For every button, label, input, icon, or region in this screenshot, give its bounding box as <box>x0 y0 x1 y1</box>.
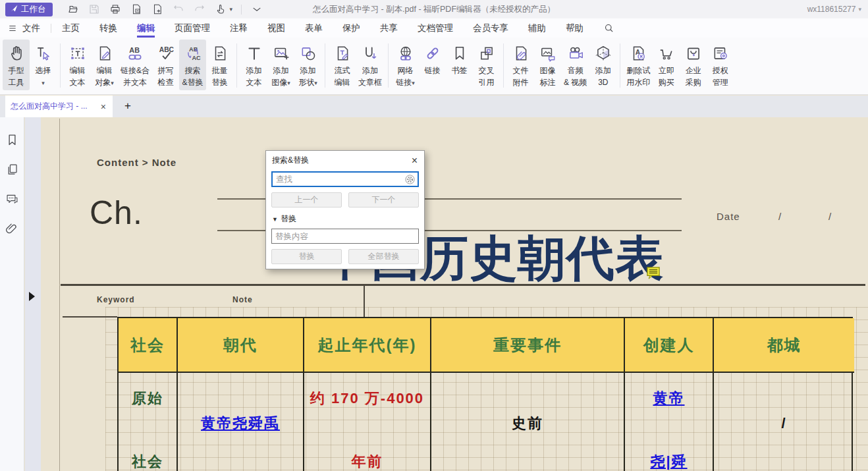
tool-搜索&替换[interactable]: ABAC搜索 &替换 <box>179 40 206 90</box>
table-link[interactable]: 黄帝 <box>653 389 685 408</box>
tool-label: 文件 附件 <box>513 64 529 88</box>
tool-拼写检查[interactable]: ABC拼写 检查 <box>152 40 179 90</box>
menu-item-文件[interactable]: 文件 <box>21 18 41 38</box>
replace-all-button[interactable]: 全部替换 <box>348 249 419 264</box>
menu-item-文档管理[interactable]: 文档管理 <box>416 18 454 38</box>
tool-图像标注[interactable]: 图像 标注 <box>534 40 561 90</box>
attachment-icon[interactable] <box>5 222 19 236</box>
tool-网络链接[interactable]: 网络 链接▾ <box>392 40 419 90</box>
menu-item-页面管理[interactable]: 页面管理 <box>173 18 211 38</box>
menu-item-辅助[interactable]: 辅助 <box>527 18 547 38</box>
menu-item-保护[interactable]: 保护 <box>341 18 362 38</box>
tool-立即购买[interactable]: 立即 购买 <box>653 40 680 90</box>
cube-3d-icon <box>595 44 612 62</box>
select-cursor-icon <box>35 44 52 62</box>
tool-label-text: 流式 编辑 <box>335 66 350 87</box>
tool-label: 书签 <box>452 64 468 76</box>
new-tab-button[interactable]: + <box>121 99 135 113</box>
tool-添加文章框[interactable]: 添加 文章框 <box>356 40 385 90</box>
next-button[interactable]: 下一个 <box>348 192 419 208</box>
menu-item-编辑[interactable]: 编辑 <box>136 18 156 38</box>
print-icon[interactable] <box>109 3 122 16</box>
replace-input[interactable] <box>271 229 419 244</box>
bookmark-icon[interactable] <box>5 133 19 147</box>
menu-item-主页[interactable]: 主页 <box>61 18 81 38</box>
previous-button[interactable]: 上一个 <box>271 192 342 208</box>
ruled-line <box>63 316 117 318</box>
touch-mode-icon[interactable] <box>215 3 227 16</box>
tool-编辑文本[interactable]: 编辑 文本 <box>64 40 91 90</box>
spell-check-icon: ABC <box>157 44 175 62</box>
pages-icon[interactable] <box>5 163 19 177</box>
table-header-都城: 都城 <box>714 318 854 373</box>
tool-label: 图像 标注 <box>540 64 556 88</box>
menu-divider <box>51 24 51 33</box>
menu-item-表单[interactable]: 表单 <box>304 18 324 38</box>
tool-添加形状[interactable]: 添加 形状▾ <box>294 40 321 90</box>
tool-添加3D[interactable]: 添加 3D <box>589 40 616 90</box>
open-folder-icon[interactable] <box>67 3 80 16</box>
dropdown-caret-icon: ▾ <box>111 80 114 86</box>
save-icon[interactable] <box>88 3 101 16</box>
tool-label-text: 编辑 文本 <box>70 66 86 87</box>
svg-text:ABC: ABC <box>159 45 174 53</box>
tool-label-text: 搜索 &替换 <box>182 66 203 87</box>
hand-icon <box>8 44 25 62</box>
comments-icon[interactable] <box>5 192 19 206</box>
workbench-label: 工作台 <box>21 4 46 15</box>
tool-授权管理[interactable]: 授权 管理 <box>707 40 734 90</box>
tool-书签[interactable]: 书签 <box>446 40 473 78</box>
menu-item-会员专享[interactable]: 会员专享 <box>472 18 510 38</box>
tool-编辑对象[interactable]: 编辑 对象▾ <box>91 40 118 90</box>
tool-label: 添加 文本 <box>246 64 262 88</box>
tool-添加图像[interactable]: 添加 图像▾ <box>267 40 294 90</box>
sidebar-expand-handle[interactable] <box>29 292 35 301</box>
close-icon[interactable]: × <box>99 101 107 112</box>
comment-annotation-icon[interactable] <box>646 266 661 283</box>
table-header-起止年代(年): 起止年代(年) <box>304 318 431 373</box>
more-tools-icon[interactable] <box>250 3 263 16</box>
tool-文件附件[interactable]: 文件 附件 <box>507 40 534 90</box>
tool-流式编辑[interactable]: 流式 编辑 <box>329 40 356 90</box>
tool-交叉引用[interactable]: 交叉 引用 <box>473 40 500 90</box>
menu-item-转换[interactable]: 转换 <box>98 18 119 38</box>
find-input[interactable] <box>271 171 419 187</box>
document-tab[interactable]: 怎么面对高中学习 - ... × <box>5 96 113 117</box>
tool-添加文本[interactable]: 添加 文本 <box>240 40 267 90</box>
menu-item-注释[interactable]: 注释 <box>229 18 249 38</box>
hamburger-icon[interactable] <box>8 24 17 33</box>
menu-item-共享[interactable]: 共享 <box>379 18 399 38</box>
tool-链接&合并文本[interactable]: AB链接&合 并文本 <box>118 40 152 90</box>
undo-icon[interactable] <box>173 3 185 16</box>
tool-链接[interactable]: 链接 <box>419 40 446 78</box>
page-add-icon[interactable] <box>151 3 164 16</box>
tool-label: 音频 & 视频 <box>564 64 587 88</box>
tool-选择[interactable]: 选择 ▾ <box>30 40 57 90</box>
replace-button[interactable]: 替换 <box>271 249 342 264</box>
menu-item-视图[interactable]: 视图 <box>266 18 286 38</box>
tool-label: 流式 编辑 <box>335 64 350 88</box>
tool-label-text: 授权 管理 <box>713 66 728 87</box>
gear-icon[interactable] <box>404 174 416 185</box>
page-margin-line <box>59 119 60 471</box>
page-remove-icon[interactable] <box>130 3 143 16</box>
table-link[interactable]: 黄帝尧舜禹 <box>201 414 280 433</box>
tool-删除试用水印[interactable]: A删除试 用水印 <box>624 40 653 90</box>
table-link[interactable]: 尧|舜 <box>650 452 687 471</box>
tool-企业采购[interactable]: 企业 采购 <box>680 40 707 90</box>
tool-批量替换[interactable]: 批量 替换 <box>206 40 233 90</box>
toolbar-group: 手型 工具选择 ▾ <box>3 40 57 90</box>
date-slash: / <box>828 211 831 222</box>
replace-section-toggle[interactable]: ▼ 替换 <box>272 213 419 225</box>
workbench-button[interactable]: 工作台 <box>5 3 53 16</box>
redo-icon[interactable] <box>194 3 206 16</box>
menu-item-帮助[interactable]: 帮助 <box>564 18 585 38</box>
bag-icon <box>685 44 702 62</box>
tool-手型工具[interactable]: 手型 工具 <box>3 40 30 90</box>
date-label: Date <box>717 211 740 222</box>
tool-label: 企业 采购 <box>686 64 701 88</box>
close-icon[interactable]: × <box>411 156 418 165</box>
tool-音频&视频[interactable]: 音频 & 视频 <box>561 40 589 90</box>
search-icon[interactable] <box>603 22 615 34</box>
account-menu[interactable]: wx118615277 ▾ <box>807 0 861 18</box>
